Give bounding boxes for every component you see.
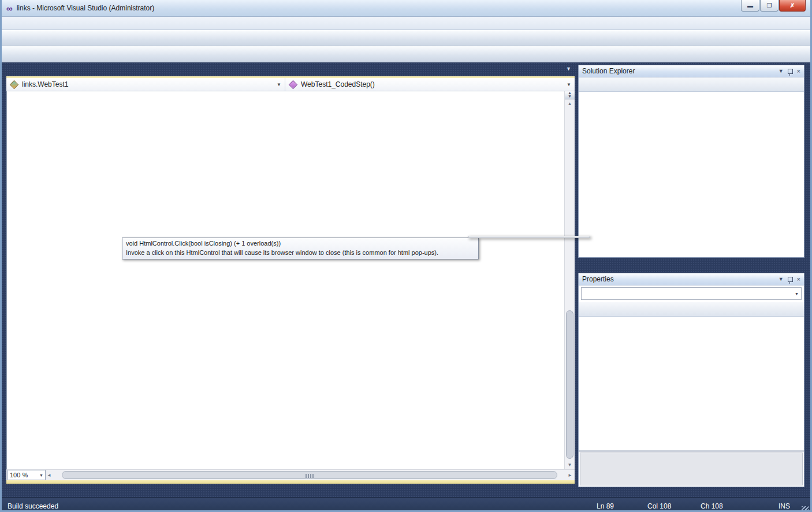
restore-button[interactable]: ❐ <box>760 0 779 12</box>
solution-explorer-title: Solution Explorer <box>582 67 635 75</box>
editor-zoom-value: 100 % <box>10 472 28 478</box>
tooltip-signature: void HtmlControl.Click(bool isClosing) (… <box>126 239 475 248</box>
active-document-strip <box>6 480 575 484</box>
document-tab-strip: ▼ <box>6 62 575 76</box>
intellisense-tooltip: void HtmlControl.Click(bool isClosing) (… <box>122 238 479 259</box>
scroll-up-icon[interactable]: ▲ <box>565 99 575 108</box>
members-dropdown-value: WebTest1_CodedStep() <box>301 80 375 88</box>
status-bar: Build succeeded Ln 89 Col 108 Ch 108 INS <box>2 497 810 512</box>
properties-description-box <box>580 452 803 485</box>
vs-logo-icon: ∞ <box>6 3 13 13</box>
main-area: ▼ links.WebTest1 ▼ WebTest1_CodedStep() … <box>2 62 810 484</box>
window-menu-icon[interactable]: ▼ <box>779 68 784 74</box>
window-menu-icon[interactable]: ▼ <box>779 276 784 282</box>
scroll-left-icon[interactable]: ◄ <box>47 473 51 478</box>
status-character: Ch 108 <box>701 502 723 510</box>
vs-window: ∞ links - Microsoft Visual Studio (Admin… <box>0 0 812 512</box>
properties-toolbar <box>579 302 804 317</box>
pin-icon[interactable] <box>788 277 793 282</box>
editor-bottom-bar: 100 % ▼ ◄ ► <box>6 469 575 480</box>
dropdown-arrow-icon: ▼ <box>567 82 571 87</box>
editor-toolbar <box>2 46 810 62</box>
resize-grip[interactable] <box>802 506 809 512</box>
scroll-right-icon[interactable]: ► <box>568 473 572 478</box>
dropdown-arrow-icon: ▼ <box>39 473 43 477</box>
properties-object-combo[interactable]: ▼ <box>581 287 802 300</box>
types-dropdown-value: links.WebTest1 <box>22 80 68 88</box>
members-dropdown[interactable]: WebTest1_CodedStep() ▼ <box>285 78 575 91</box>
types-dropdown[interactable]: links.WebTest1 ▼ <box>6 78 285 91</box>
horizontal-scroll-thumb[interactable] <box>62 471 557 479</box>
properties-grid[interactable] <box>579 317 804 450</box>
document-list-chevron-icon[interactable]: ▼ <box>566 66 571 72</box>
menu-bar <box>2 17 810 30</box>
solution-explorer-title-bar: Solution Explorer ▼ × <box>579 65 804 77</box>
tool-window-tabs <box>578 258 804 272</box>
status-message: Build succeeded <box>8 502 58 510</box>
status-line: Ln 89 <box>597 502 614 510</box>
standard-toolbar <box>2 30 810 46</box>
split-window-handle[interactable]: ▲▼ <box>565 91 575 99</box>
method-icon <box>289 80 298 89</box>
pin-icon[interactable] <box>788 69 793 74</box>
scroll-down-icon[interactable]: ▼ <box>565 461 575 469</box>
properties-title-bar: Properties ▼ × <box>579 273 804 285</box>
completion-list <box>468 236 590 238</box>
window-title: links - Microsoft Visual Studio (Adminis… <box>17 4 155 12</box>
editor-group: ▼ links.WebTest1 ▼ WebTest1_CodedStep() … <box>6 62 575 483</box>
properties-splitter[interactable] <box>579 450 804 452</box>
navigation-bar: links.WebTest1 ▼ WebTest1_CodedStep() ▼ <box>6 78 575 91</box>
right-panel-column: Solution Explorer ▼ × Properties ▼ <box>578 65 804 487</box>
editor-zoom-combo[interactable]: 100 % ▼ <box>8 470 46 480</box>
minimize-button[interactable]: ▬ <box>741 0 759 12</box>
solution-tree <box>579 92 804 257</box>
vertical-scrollbar[interactable]: ▲▼ ▲ ▼ <box>564 91 575 469</box>
close-button[interactable]: ✗ <box>779 0 806 12</box>
dropdown-arrow-icon: ▼ <box>277 82 281 87</box>
code-editor[interactable]: ▲▼ ▲ ▼ <box>6 91 575 469</box>
status-column: Col 108 <box>647 502 671 510</box>
horizontal-scrollbar[interactable] <box>54 470 565 480</box>
properties-panel: Properties ▼ × ▼ <box>578 273 804 487</box>
close-panel-icon[interactable]: × <box>797 68 800 75</box>
title-bar: ∞ links - Microsoft Visual Studio (Admin… <box>2 0 810 17</box>
close-panel-icon[interactable]: × <box>797 276 800 283</box>
vertical-scroll-thumb[interactable] <box>566 310 573 459</box>
properties-title: Properties <box>582 275 614 283</box>
solution-explorer-toolbar <box>579 77 804 92</box>
status-insert-mode: INS <box>779 502 790 510</box>
dropdown-arrow-icon: ▼ <box>795 292 799 296</box>
solution-explorer-panel: Solution Explorer ▼ × <box>578 65 804 258</box>
tooltip-description: Invoke a click on this HtmlControl that … <box>126 248 475 257</box>
class-icon <box>10 80 19 89</box>
